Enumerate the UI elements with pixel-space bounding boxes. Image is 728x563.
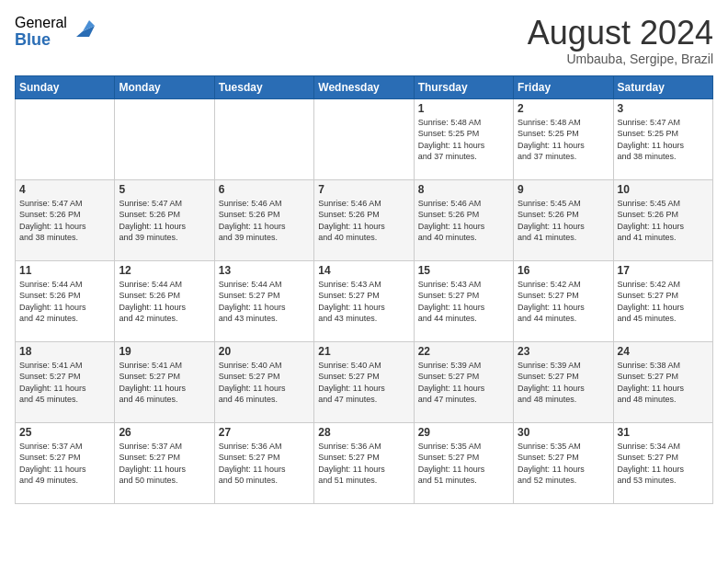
day-info: Sunrise: 5:35 AM Sunset: 5:27 PM Dayligh… (418, 441, 509, 487)
day-number: 26 (119, 426, 210, 439)
day-info: Sunrise: 5:41 AM Sunset: 5:27 PM Dayligh… (119, 360, 210, 406)
calendar-cell: 16Sunrise: 5:42 AM Sunset: 5:27 PM Dayli… (514, 260, 613, 341)
day-info: Sunrise: 5:41 AM Sunset: 5:27 PM Dayligh… (19, 360, 110, 406)
day-info: Sunrise: 5:40 AM Sunset: 5:27 PM Dayligh… (318, 360, 409, 406)
day-number: 22 (418, 345, 509, 358)
day-info: Sunrise: 5:37 AM Sunset: 5:27 PM Dayligh… (119, 441, 210, 487)
calendar-table: SundayMondayTuesdayWednesdayThursdayFrid… (15, 75, 713, 504)
calendar-cell: 24Sunrise: 5:38 AM Sunset: 5:27 PM Dayli… (613, 341, 712, 422)
calendar-body: 1Sunrise: 5:48 AM Sunset: 5:25 PM Daylig… (16, 98, 713, 503)
day-number: 2 (518, 102, 609, 115)
day-number: 25 (19, 426, 110, 439)
calendar-cell: 23Sunrise: 5:39 AM Sunset: 5:27 PM Dayli… (514, 341, 613, 422)
calendar-cell (214, 98, 313, 179)
calendar-cell: 10Sunrise: 5:45 AM Sunset: 5:26 PM Dayli… (613, 179, 712, 260)
day-info: Sunrise: 5:47 AM Sunset: 5:25 PM Dayligh… (618, 117, 709, 163)
day-number: 23 (518, 345, 609, 358)
calendar-cell: 22Sunrise: 5:39 AM Sunset: 5:27 PM Dayli… (414, 341, 513, 422)
day-header-thursday: Thursday (414, 75, 513, 98)
calendar-cell: 5Sunrise: 5:47 AM Sunset: 5:26 PM Daylig… (115, 179, 214, 260)
logo-general: General (15, 15, 67, 31)
day-info: Sunrise: 5:45 AM Sunset: 5:26 PM Dayligh… (518, 198, 609, 244)
day-number: 20 (219, 345, 310, 358)
day-number: 30 (518, 426, 609, 439)
day-number: 8 (418, 183, 509, 196)
day-header-saturday: Saturday (613, 75, 712, 98)
calendar-cell: 26Sunrise: 5:37 AM Sunset: 5:27 PM Dayli… (115, 422, 214, 503)
calendar-week-1: 1Sunrise: 5:48 AM Sunset: 5:25 PM Daylig… (16, 98, 713, 179)
logo-blue: Blue (15, 31, 67, 50)
calendar-cell (314, 98, 414, 179)
calendar-cell: 6Sunrise: 5:46 AM Sunset: 5:26 PM Daylig… (214, 179, 313, 260)
day-info: Sunrise: 5:48 AM Sunset: 5:25 PM Dayligh… (418, 117, 509, 163)
day-number: 16 (518, 264, 609, 277)
day-info: Sunrise: 5:46 AM Sunset: 5:26 PM Dayligh… (418, 198, 509, 244)
day-number: 6 (219, 183, 310, 196)
day-info: Sunrise: 5:36 AM Sunset: 5:27 PM Dayligh… (318, 441, 409, 487)
day-info: Sunrise: 5:44 AM Sunset: 5:26 PM Dayligh… (19, 279, 110, 325)
calendar-week-4: 18Sunrise: 5:41 AM Sunset: 5:27 PM Dayli… (16, 341, 713, 422)
day-info: Sunrise: 5:39 AM Sunset: 5:27 PM Dayligh… (418, 360, 509, 406)
day-number: 11 (19, 264, 110, 277)
calendar-cell: 31Sunrise: 5:34 AM Sunset: 5:27 PM Dayli… (613, 422, 712, 503)
day-number: 21 (318, 345, 409, 358)
calendar-cell (16, 98, 115, 179)
day-number: 4 (19, 183, 110, 196)
calendar-cell: 14Sunrise: 5:43 AM Sunset: 5:27 PM Dayli… (314, 260, 414, 341)
calendar-cell: 3Sunrise: 5:47 AM Sunset: 5:25 PM Daylig… (613, 98, 712, 179)
calendar-cell: 30Sunrise: 5:35 AM Sunset: 5:27 PM Dayli… (514, 422, 613, 503)
calendar-cell: 25Sunrise: 5:37 AM Sunset: 5:27 PM Dayli… (16, 422, 115, 503)
day-header-tuesday: Tuesday (214, 75, 313, 98)
day-info: Sunrise: 5:38 AM Sunset: 5:27 PM Dayligh… (618, 360, 709, 406)
day-number: 3 (618, 102, 709, 115)
calendar-cell (115, 98, 214, 179)
calendar-week-3: 11Sunrise: 5:44 AM Sunset: 5:26 PM Dayli… (16, 260, 713, 341)
day-number: 29 (418, 426, 509, 439)
calendar-cell: 4Sunrise: 5:47 AM Sunset: 5:26 PM Daylig… (16, 179, 115, 260)
day-number: 24 (618, 345, 709, 358)
calendar-cell: 29Sunrise: 5:35 AM Sunset: 5:27 PM Dayli… (414, 422, 513, 503)
location-subtitle: Umbauba, Sergipe, Brazil (528, 52, 713, 66)
day-info: Sunrise: 5:46 AM Sunset: 5:26 PM Dayligh… (219, 198, 310, 244)
day-info: Sunrise: 5:47 AM Sunset: 5:26 PM Dayligh… (119, 198, 210, 244)
day-number: 13 (219, 264, 310, 277)
calendar-week-5: 25Sunrise: 5:37 AM Sunset: 5:27 PM Dayli… (16, 422, 713, 503)
title-block: August 2024 Umbauba, Sergipe, Brazil (528, 15, 713, 66)
day-number: 14 (318, 264, 409, 277)
calendar-cell: 8Sunrise: 5:46 AM Sunset: 5:26 PM Daylig… (414, 179, 513, 260)
day-info: Sunrise: 5:35 AM Sunset: 5:27 PM Dayligh… (518, 441, 609, 487)
logo: General Blue (15, 15, 97, 49)
day-info: Sunrise: 5:45 AM Sunset: 5:26 PM Dayligh… (618, 198, 709, 244)
day-info: Sunrise: 5:42 AM Sunset: 5:27 PM Dayligh… (618, 279, 709, 325)
logo-icon (69, 17, 97, 44)
calendar-cell: 27Sunrise: 5:36 AM Sunset: 5:27 PM Dayli… (214, 422, 313, 503)
day-number: 19 (119, 345, 210, 358)
calendar-cell: 19Sunrise: 5:41 AM Sunset: 5:27 PM Dayli… (115, 341, 214, 422)
day-info: Sunrise: 5:47 AM Sunset: 5:26 PM Dayligh… (19, 198, 110, 244)
calendar-cell: 12Sunrise: 5:44 AM Sunset: 5:26 PM Dayli… (115, 260, 214, 341)
day-info: Sunrise: 5:43 AM Sunset: 5:27 PM Dayligh… (418, 279, 509, 325)
day-info: Sunrise: 5:44 AM Sunset: 5:27 PM Dayligh… (219, 279, 310, 325)
calendar-cell: 17Sunrise: 5:42 AM Sunset: 5:27 PM Dayli… (613, 260, 712, 341)
day-info: Sunrise: 5:48 AM Sunset: 5:25 PM Dayligh… (518, 117, 609, 163)
day-number: 1 (418, 102, 509, 115)
page-header: General Blue August 2024 Umbauba, Sergip… (15, 15, 713, 66)
day-info: Sunrise: 5:43 AM Sunset: 5:27 PM Dayligh… (318, 279, 409, 325)
day-number: 15 (418, 264, 509, 277)
day-info: Sunrise: 5:46 AM Sunset: 5:26 PM Dayligh… (318, 198, 409, 244)
day-number: 17 (618, 264, 709, 277)
day-info: Sunrise: 5:44 AM Sunset: 5:26 PM Dayligh… (119, 279, 210, 325)
calendar-cell: 13Sunrise: 5:44 AM Sunset: 5:27 PM Dayli… (214, 260, 313, 341)
month-year-title: August 2024 (528, 15, 713, 52)
calendar-header: SundayMondayTuesdayWednesdayThursdayFrid… (16, 75, 713, 98)
day-number: 18 (19, 345, 110, 358)
day-number: 27 (219, 426, 310, 439)
day-header-monday: Monday (115, 75, 214, 98)
day-header-sunday: Sunday (16, 75, 115, 98)
day-header-wednesday: Wednesday (314, 75, 414, 98)
day-number: 12 (119, 264, 210, 277)
day-number: 5 (119, 183, 210, 196)
calendar-cell: 11Sunrise: 5:44 AM Sunset: 5:26 PM Dayli… (16, 260, 115, 341)
day-info: Sunrise: 5:36 AM Sunset: 5:27 PM Dayligh… (219, 441, 310, 487)
calendar-cell: 18Sunrise: 5:41 AM Sunset: 5:27 PM Dayli… (16, 341, 115, 422)
